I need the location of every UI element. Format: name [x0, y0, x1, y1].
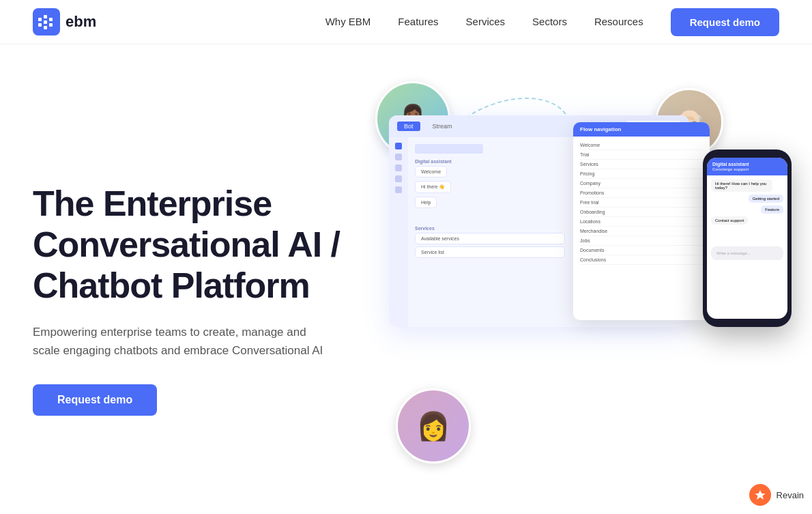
hero-section: The Enterprise Conversational AI / Chatb… [0, 44, 812, 514]
dash-bubble-hi: Hi there 👋 [415, 181, 451, 193]
phone-bubble-user-1: Getting started [749, 195, 783, 203]
navbar: ebm ebm Why EBM Features Services Sector… [0, 0, 812, 44]
svg-rect-6 [49, 18, 53, 21]
svg-rect-2 [38, 23, 42, 27]
dashboard-sidebar [389, 137, 408, 327]
sidebar-dot-5[interactable] [395, 186, 402, 193]
phone-screen: Digital assistant Concierge support Hi t… [707, 158, 787, 319]
dashboard-tab-bot[interactable]: Bot [397, 122, 420, 131]
flow-nav-conclusions[interactable]: Conclusions [580, 255, 703, 265]
phone-header: Digital assistant Concierge support [707, 158, 787, 175]
phone-bubble-bot-1: Hi there! How can I help you today? [711, 180, 772, 192]
svg-rect-5 [44, 26, 47, 29]
dash-bubble-welcome: Welcome [415, 166, 447, 177]
dash-bubble-available: Available services [415, 233, 565, 244]
nav-link-features[interactable]: Features [398, 16, 438, 27]
logo-icon: ebm [33, 8, 60, 35]
revain-logo-icon [749, 484, 771, 506]
flow-nav-header: Flow navigation [573, 122, 710, 137]
nav-item-services[interactable]: Services [466, 16, 506, 28]
sidebar-dot-3[interactable] [395, 165, 402, 171]
dash-bubble-service-list: Service list [415, 246, 565, 258]
nav-item-why-ebm[interactable]: Why EBM [325, 16, 371, 28]
nav-item-features[interactable]: Features [398, 16, 438, 28]
phone-mockup: Digital assistant Concierge support Hi t… [703, 149, 792, 327]
flow-nav-jobs[interactable]: Jobs [580, 236, 703, 246]
hero-request-demo-button[interactable]: Request demo [33, 384, 157, 416]
flow-nav-onboarding[interactable]: Onboarding [580, 208, 703, 217]
nav-request-demo-button[interactable]: Request demo [671, 8, 779, 36]
nav-link-why-ebm[interactable]: Why EBM [325, 16, 371, 27]
flow-nav-merchandise[interactable]: Merchandise [580, 227, 703, 236]
hero-subtitle: Empowering enterprise teams to create, m… [33, 323, 333, 360]
flow-nav-documents[interactable]: Documents [580, 246, 703, 255]
svg-rect-1 [38, 18, 42, 21]
svg-rect-7 [49, 23, 53, 27]
sidebar-dot-2[interactable] [395, 154, 402, 160]
hero-content: The Enterprise Conversational AI / Chatb… [33, 184, 388, 416]
phone-chat: Hi there! How can I help you today? Gett… [707, 175, 787, 229]
flow-nav-promotions[interactable]: Promotions [580, 188, 703, 198]
flow-nav-free-trial[interactable]: Free trial [580, 198, 703, 208]
flow-nav-locations[interactable]: Locations [580, 217, 703, 227]
flow-navigation-panel: Flow navigation Welcome Trial Services P… [573, 122, 710, 320]
hero-title: The Enterprise Conversational AI / Chatb… [33, 184, 388, 306]
sidebar-dot-4[interactable] [395, 175, 402, 182]
logo-text: ebm [66, 13, 96, 31]
dash-bubble-help: Help [415, 197, 437, 208]
flow-nav-company[interactable]: Company [580, 179, 703, 188]
nav-link-resources[interactable]: Resources [594, 16, 643, 27]
nav-links: Why EBM Features Services Sectors Resour… [325, 8, 779, 36]
revain-text: Revain [777, 490, 804, 500]
svg-rect-4 [44, 20, 47, 24]
mockup-wrapper: 🙎🏾‍♀️ 👩 👴🏻 Bot Stream [375, 81, 798, 477]
nav-link-services[interactable]: Services [466, 16, 506, 27]
phone-subtitle: Concierge support [712, 167, 782, 171]
flow-nav-trial[interactable]: Trial [580, 150, 703, 160]
nav-item-sectors[interactable]: Sectors [532, 16, 567, 28]
hero-illustration: 🙎🏾‍♀️ 👩 👴🏻 Bot Stream [362, 44, 812, 514]
nav-link-sectors[interactable]: Sectors [532, 16, 567, 27]
phone-bubble-bot-2: Contact support [711, 216, 748, 225]
logo-link[interactable]: ebm ebm [33, 8, 96, 35]
flow-nav-services[interactable]: Services [580, 160, 703, 169]
flow-nav-pricing[interactable]: Pricing [580, 169, 703, 179]
revain-badge: Revain [749, 484, 804, 506]
avatar-face-2: 👩 [398, 390, 469, 461]
phone-title: Digital assistant [712, 162, 782, 167]
dashboard-title-bar [415, 144, 483, 154]
avatar-woman-straight: 👩 [396, 388, 471, 463]
revain-svg [754, 489, 766, 501]
dashboard-tab-stream[interactable]: Stream [426, 122, 459, 131]
flow-nav-items: Welcome Trial Services Pricing Company P… [573, 137, 710, 269]
sidebar-dot-1[interactable] [395, 143, 402, 149]
nav-item-resources[interactable]: Resources [594, 16, 643, 28]
phone-bubble-user-2: Feature [761, 205, 783, 214]
flow-nav-welcome[interactable]: Welcome [580, 141, 703, 150]
svg-rect-3 [44, 15, 47, 18]
